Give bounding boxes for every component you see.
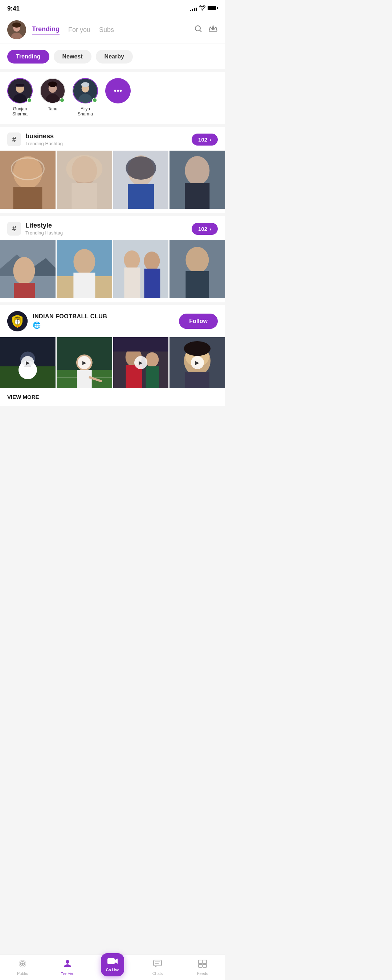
hashtag-count-btn-lifestyle[interactable]: 102 ›: [192, 223, 218, 235]
hashtag-title-lifestyle: Lifestyle: [25, 222, 63, 229]
story-name-gunjan: Gunjan Sharma: [7, 107, 33, 116]
hashtag-subtitle: Trending Hashtag: [25, 141, 63, 146]
hashtag-card-lifestyle: # Lifestyle Trending Hashtag 102 ›: [0, 216, 225, 302]
grid-image-7[interactable]: [169, 240, 225, 298]
filter-trending[interactable]: Trending: [7, 50, 49, 64]
club-name: INDIAN FOOTBALL CLUB: [33, 313, 174, 320]
grid-image-4[interactable]: [0, 240, 56, 298]
online-dot-3: [92, 98, 97, 103]
chevron-right-icon-2: ›: [209, 226, 211, 232]
grid-image[interactable]: [0, 151, 56, 209]
story-more[interactable]: ••• more: [105, 78, 131, 111]
story-name-tanu: Tanu: [48, 107, 57, 111]
story-more-btn[interactable]: •••: [105, 78, 131, 103]
hashtag-count-btn[interactable]: 102 ›: [192, 134, 218, 146]
svg-rect-45: [124, 267, 140, 298]
svg-rect-23: [13, 187, 42, 209]
hashtag-title: business: [25, 132, 63, 140]
globe-icon: 🌐: [33, 321, 174, 329]
image-grid-business: [0, 151, 225, 213]
svg-point-28: [66, 155, 102, 183]
status-bar: 9:41: [0, 0, 225, 16]
video-thumb-3[interactable]: ▶: [113, 337, 169, 388]
hashtag-card-business: # business Trending Hashtag 102 ›: [0, 127, 225, 213]
follow-button[interactable]: Follow: [179, 313, 218, 329]
grid-image-6[interactable]: [113, 240, 169, 298]
hashtag-subtitle-lifestyle: Trending Hashtag: [25, 230, 63, 235]
story-avatar-wrap-2: [40, 78, 65, 103]
status-time: 9:41: [7, 5, 20, 12]
svg-point-16: [48, 82, 57, 87]
chevron-right-icon: ›: [209, 137, 211, 143]
story-item[interactable]: Tanu: [40, 78, 65, 111]
filter-nearby[interactable]: Nearby: [96, 50, 133, 64]
crown-icon[interactable]: [208, 25, 218, 35]
svg-point-22: [13, 156, 42, 189]
avatar[interactable]: [7, 20, 26, 39]
hash-icon: #: [7, 132, 21, 146]
story-item[interactable]: Gunjan Sharma: [7, 78, 33, 116]
signal-icon: [190, 6, 197, 11]
hashtag-count: 102: [198, 137, 207, 143]
tab-subs[interactable]: Subs: [99, 26, 114, 34]
hashtag-header-lifestyle: # Lifestyle Trending Hashtag 102 ›: [0, 216, 225, 240]
svg-point-32: [126, 156, 156, 180]
video-thumb-2[interactable]: ▶: [57, 337, 112, 388]
video-thumb-4[interactable]: ▶: [169, 337, 225, 388]
online-dot: [27, 98, 32, 103]
svg-point-44: [124, 250, 140, 269]
online-dot-2: [59, 98, 65, 103]
spacer: [0, 409, 225, 438]
club-card: WINDY CITY INDIAN FOOTBALL CLUB 🌐 Follow…: [0, 305, 225, 406]
club-logo: WINDY CITY: [7, 311, 27, 331]
svg-point-37: [13, 257, 35, 285]
filter-newest[interactable]: Newest: [54, 50, 91, 64]
svg-rect-42: [73, 273, 95, 298]
play-icon-4: ▶: [191, 356, 204, 369]
svg-point-68: [145, 352, 159, 367]
grid-image[interactable]: [169, 151, 225, 209]
svg-rect-1: [217, 7, 218, 9]
svg-rect-43: [113, 240, 169, 298]
svg-rect-63: [77, 370, 92, 388]
header: Trending For you Subs: [0, 16, 225, 44]
grid-image-5[interactable]: [57, 240, 112, 298]
svg-rect-31: [128, 184, 154, 209]
tab-trending[interactable]: Trending: [32, 25, 59, 35]
story-avatar-wrap: [7, 78, 33, 103]
wifi-icon: [199, 5, 206, 12]
hashtag-count-lifestyle: 102: [198, 226, 207, 232]
tab-for-you[interactable]: For you: [68, 26, 90, 34]
svg-rect-38: [14, 283, 35, 298]
svg-rect-27: [72, 183, 97, 209]
story-name-aliya: Aliya Sharma: [73, 107, 98, 116]
story-item[interactable]: Aliya Sharma: [73, 78, 98, 116]
svg-rect-47: [144, 269, 160, 298]
battery-icon: [208, 5, 218, 12]
svg-rect-70: [113, 337, 169, 352]
svg-rect-12: [16, 84, 25, 87]
svg-point-49: [186, 247, 209, 273]
club-videos: ▶ ▶: [0, 337, 225, 388]
hashtag-left: # business Trending Hashtag: [7, 132, 63, 146]
svg-point-75: [184, 341, 210, 356]
view-more-btn[interactable]: VIEW MORE: [0, 388, 225, 406]
nav-tabs: Trending For you Subs: [32, 25, 188, 35]
grid-image[interactable]: [57, 151, 112, 209]
play-icon-3: ▶: [134, 356, 147, 369]
svg-rect-0: [208, 6, 216, 10]
play-icon-2: ▶: [78, 356, 91, 369]
video-thumb-1[interactable]: ▶: [0, 337, 56, 388]
hashtag-header: # business Trending Hashtag 102 ›: [0, 127, 225, 151]
story-avatar-wrap-3: [73, 78, 98, 103]
story-more-wrap: •••: [105, 78, 131, 103]
filter-row: Trending Newest Nearby: [0, 44, 225, 69]
grid-image[interactable]: [113, 151, 169, 209]
svg-point-34: [185, 156, 210, 185]
svg-rect-50: [186, 271, 209, 298]
hashtag-left-lifestyle: # Lifestyle Trending Hashtag: [7, 222, 63, 235]
club-info: INDIAN FOOTBALL CLUB 🌐: [33, 313, 174, 329]
club-header: WINDY CITY INDIAN FOOTBALL CLUB 🌐 Follow: [0, 305, 225, 337]
search-icon[interactable]: [194, 24, 202, 35]
svg-rect-69: [145, 366, 159, 388]
